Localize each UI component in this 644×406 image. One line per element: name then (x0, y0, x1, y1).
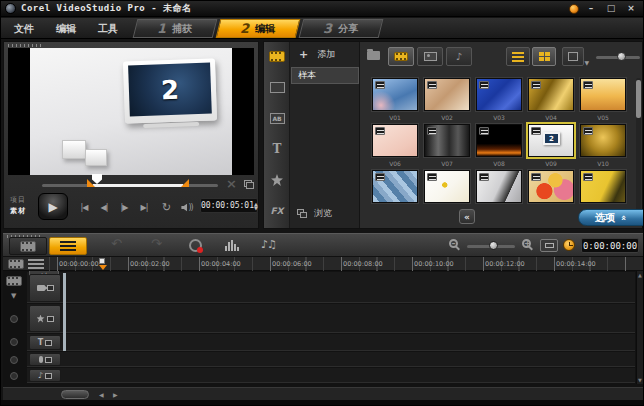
playhead-marker[interactable] (99, 258, 107, 270)
undo-icon[interactable]: ↶ (111, 236, 122, 251)
timecode-spinner[interactable]: ▲▼ (254, 202, 259, 210)
menu-item-2[interactable]: 工具 (87, 22, 129, 36)
thumbnail-view-button[interactable] (532, 47, 556, 66)
play-button[interactable]: ▶ (38, 193, 68, 220)
track-enable-toggle[interactable] (10, 338, 18, 346)
sort-button[interactable]: ▼ (562, 47, 584, 66)
minimize-button[interactable]: – (583, 3, 599, 14)
timeline-zoom-knob[interactable] (489, 241, 498, 250)
media-thumbnail-v06[interactable] (372, 124, 418, 157)
project-mode-label[interactable]: 项目 (10, 195, 26, 205)
scroll-right-icon[interactable]: ▶ (113, 391, 118, 398)
track-enable-toggle[interactable] (10, 315, 18, 323)
options-button[interactable]: 选项 « (578, 209, 644, 226)
preview-timecode[interactable]: 00:00:05:01 ▲▼ (200, 198, 258, 213)
category-item-selected[interactable]: 样本 (291, 67, 359, 84)
media-thumbnail-v08[interactable] (476, 124, 522, 157)
track-enable-toggle[interactable] (10, 356, 18, 364)
update-notification-icon[interactable] (569, 4, 579, 14)
scroll-left-icon[interactable]: ◀ (99, 391, 104, 398)
library-sidebar: AB T FX (264, 42, 290, 228)
storyboard-view-button[interactable] (9, 237, 47, 255)
timeline-ruler[interactable]: 00:00:00:0000:00:02:0000:00:04:0000:00:0… (47, 257, 641, 271)
media-thumbnail[interactable] (372, 170, 418, 203)
step-tab-1[interactable]: 2编辑 (216, 19, 301, 38)
menu-item-1[interactable]: 编辑 (45, 22, 87, 36)
split-clip-icon[interactable]: × (226, 176, 237, 191)
next-frame-button[interactable]: |▶ (114, 200, 134, 215)
repeat-button[interactable]: ↻ (156, 200, 176, 215)
media-thumbnail[interactable] (580, 170, 626, 203)
trim-out-marker[interactable] (181, 179, 189, 187)
title-gallery-icon[interactable]: T (264, 139, 290, 159)
close-button[interactable]: × (623, 3, 639, 14)
video-track-row[interactable] (27, 272, 635, 303)
step-tab-0[interactable]: 1捕获 (133, 19, 218, 38)
project-duration-icon[interactable] (563, 239, 575, 251)
music-track-row[interactable] (27, 368, 635, 383)
clip-mode-label[interactable]: 素材 (10, 206, 26, 216)
track-manager-icon[interactable] (8, 259, 24, 269)
video-track-button[interactable] (29, 274, 61, 302)
sound-mixer-icon[interactable] (225, 240, 239, 251)
media-thumbnail-v05[interactable] (580, 78, 626, 111)
media-thumbnail[interactable] (476, 170, 522, 203)
track-ripple-icon[interactable] (6, 276, 22, 286)
timeline-timecode[interactable]: 0:00:00:00 (581, 238, 639, 253)
chevron-down-icon[interactable]: ▼ (11, 292, 16, 300)
maximize-button[interactable]: □ (603, 3, 619, 14)
overlay-track-button[interactable] (29, 305, 61, 332)
fit-project-to-window-button[interactable] (540, 239, 558, 252)
transition-gallery-icon[interactable]: AB (264, 108, 290, 128)
title-track-button[interactable]: T (29, 335, 61, 350)
media-thumbnail[interactable] (528, 170, 574, 203)
media-thumbnail-v04[interactable] (528, 78, 574, 111)
media-thumbnail-v02[interactable] (424, 78, 470, 111)
list-view-button[interactable] (506, 47, 530, 66)
filter-photo-button[interactable] (417, 47, 443, 66)
gallery-scrollbar[interactable] (636, 78, 641, 226)
go-to-end-button[interactable]: ▶| (134, 200, 154, 215)
zoom-in-icon[interactable]: + (522, 239, 531, 248)
record-capture-icon[interactable] (189, 239, 202, 252)
voice-track-button[interactable] (29, 353, 61, 366)
tracks-vertical-scrollbar[interactable]: ▲▼ (636, 271, 643, 384)
track-enable-toggle[interactable] (10, 372, 18, 380)
media-thumbnail-v09[interactable]: 2 (528, 124, 574, 157)
filter-gallery-icon[interactable]: FX (264, 201, 290, 221)
media-thumbnail[interactable] (424, 170, 470, 203)
go-to-start-button[interactable]: |◀ (74, 200, 94, 215)
media-gallery-icon[interactable] (264, 46, 290, 66)
track-list-icon[interactable] (28, 259, 44, 269)
import-folder-icon[interactable] (367, 51, 380, 60)
timeline-view-button[interactable] (49, 237, 87, 255)
title-track-row[interactable] (27, 334, 635, 351)
voice-track-row[interactable] (27, 352, 635, 367)
browse-button[interactable]: 浏览 (290, 205, 360, 221)
collapse-library-button[interactable]: « (459, 209, 475, 224)
graphic-gallery-icon[interactable] (264, 170, 290, 190)
volume-icon[interactable]: )) (177, 200, 197, 215)
enlarge-preview-icon[interactable] (244, 180, 254, 189)
media-thumbnail-v03[interactable] (476, 78, 522, 111)
step-tab-2[interactable]: 3分享 (299, 19, 384, 38)
music-track-button[interactable]: ♪ (29, 369, 61, 382)
redo-icon[interactable]: ↷ (151, 236, 162, 251)
media-thumbnail-v01[interactable] (372, 78, 418, 111)
filter-video-button[interactable] (388, 47, 414, 66)
overlay-track-row[interactable] (27, 304, 635, 333)
thumbnail-size-knob[interactable] (617, 52, 626, 61)
filter-audio-button[interactable]: ♪ (446, 47, 472, 66)
scrub-handle[interactable] (92, 174, 102, 184)
hscroll-thumb[interactable] (61, 390, 89, 399)
media-thumbnail-v07[interactable] (424, 124, 470, 157)
media-gallery: ♪ ▼ V01V02V03V04V05 V06V07V082V09V10 « 选… (360, 42, 644, 228)
zoom-out-icon[interactable]: – (449, 239, 458, 248)
thumbnail-label: V06 (372, 160, 418, 167)
previous-frame-button[interactable]: ◀| (94, 200, 114, 215)
media-thumbnail-v10[interactable] (580, 124, 626, 157)
add-folder-button[interactable]: + 添加 (290, 46, 360, 62)
auto-music-icon[interactable]: ♪♫ (261, 238, 276, 251)
instant-project-icon[interactable] (264, 77, 290, 97)
menu-item-0[interactable]: 文件 (3, 22, 45, 36)
